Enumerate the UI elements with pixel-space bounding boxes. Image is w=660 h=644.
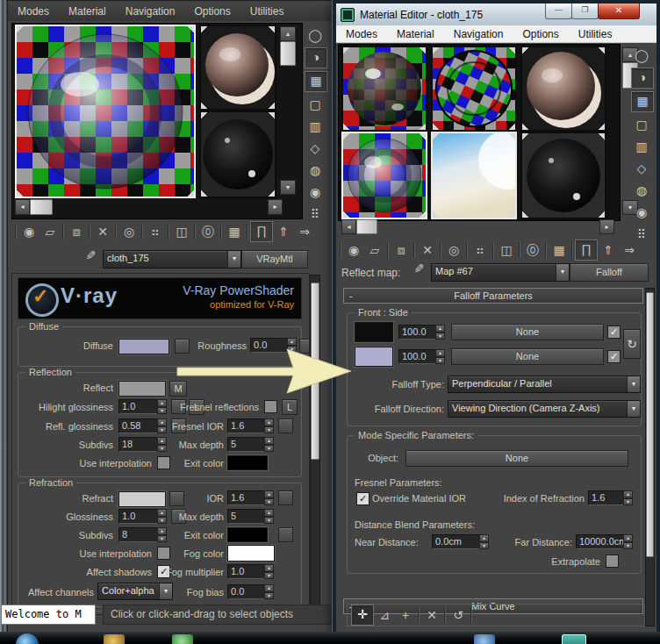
fog-bias-spinner[interactable]: ▴▾ bbox=[264, 584, 274, 599]
front-map-none-button[interactable]: None bbox=[451, 324, 604, 340]
falloff-type-dropdown[interactable]: Perpendicular / Parallel ▾ bbox=[448, 376, 641, 393]
side-amount-spinner[interactable]: ▴▾ bbox=[435, 349, 445, 364]
side-map-enable-checkbox[interactable]: ✓ bbox=[607, 350, 621, 363]
get-material-icon[interactable]: ◉ bbox=[18, 222, 39, 241]
near-distance-spinner[interactable]: ▴▾ bbox=[479, 534, 489, 549]
background-checker-icon[interactable]: ▦ bbox=[305, 71, 327, 92]
go-to-parent-icon[interactable]: ⇑ bbox=[273, 222, 294, 241]
slots-scroll-down[interactable]: ▾ bbox=[280, 180, 296, 195]
side-map-none-button[interactable]: None bbox=[451, 348, 604, 365]
taskbar-app-icon[interactable] bbox=[172, 634, 193, 644]
eyedropper-icon[interactable]: ✎ bbox=[410, 263, 426, 279]
backlight-icon[interactable]: ◑ bbox=[305, 47, 327, 68]
make-material-copy-icon[interactable]: ◎ bbox=[443, 240, 464, 260]
refraction-max-depth-spinner[interactable]: ▴▾ bbox=[264, 509, 274, 524]
fresnel-lock-button[interactable]: L bbox=[282, 399, 298, 415]
glossiness-field[interactable]: 1.0 bbox=[118, 509, 162, 524]
falloff-direction-dropdown[interactable]: Viewing Direction (Camera Z-Axis) ▾ bbox=[448, 400, 641, 418]
affect-channels-dropdown[interactable]: Color+alpha ▾ bbox=[97, 583, 173, 600]
roughness-field[interactable]: 0.0 bbox=[250, 338, 292, 353]
taskbar-app-icon[interactable] bbox=[474, 634, 495, 644]
material-type-button[interactable]: VRayMtl bbox=[241, 250, 308, 268]
fog-multiplier-field[interactable]: 1.0 bbox=[227, 564, 269, 579]
put-to-library-icon[interactable]: ◫ bbox=[496, 240, 517, 260]
go-forward-to-sibling-icon[interactable]: ⇒ bbox=[619, 240, 640, 260]
reflect-color-swatch[interactable] bbox=[118, 381, 166, 397]
put-material-to-scene-icon[interactable]: ▱ bbox=[364, 240, 385, 260]
reset-map-icon[interactable]: ✕ bbox=[417, 240, 438, 260]
material-editor-options-icon[interactable]: ◍ bbox=[631, 181, 652, 200]
reset-curve-icon[interactable]: ↺ bbox=[448, 605, 469, 625]
fog-color-swatch[interactable] bbox=[227, 545, 275, 562]
assign-material-to-selection-icon[interactable]: ⧈ bbox=[391, 240, 412, 260]
map-type-button[interactable]: Falloff bbox=[570, 263, 649, 282]
left-params-scrollbar[interactable] bbox=[310, 275, 320, 613]
roughness-map-button[interactable] bbox=[299, 339, 310, 354]
close-button[interactable]: ✕ bbox=[598, 4, 640, 19]
override-material-ior-checkbox[interactable]: ✓ bbox=[356, 492, 369, 505]
menu-modes[interactable]: Modes bbox=[8, 4, 59, 19]
front-amount-field[interactable]: 100.0 bbox=[398, 325, 441, 340]
fresnel-ior-map-button[interactable] bbox=[278, 419, 293, 433]
menu-options[interactable]: Options bbox=[184, 4, 240, 19]
refl-glossiness-field[interactable]: 0.58 bbox=[118, 419, 162, 433]
right-params-scroll-thumb[interactable] bbox=[646, 292, 654, 557]
front-color-swatch[interactable] bbox=[355, 322, 393, 342]
put-to-library-icon[interactable]: ◫ bbox=[171, 222, 192, 241]
fresnel-reflections-checkbox[interactable] bbox=[264, 400, 277, 413]
far-distance-spinner[interactable]: ▴▾ bbox=[623, 534, 633, 549]
refraction-exit-map-button[interactable] bbox=[278, 527, 293, 542]
front-amount-spinner[interactable]: ▴▾ bbox=[435, 325, 445, 340]
select-by-material-icon[interactable]: ◉ bbox=[631, 203, 652, 222]
menu-utilities[interactable]: Utilities bbox=[569, 27, 622, 41]
eyedropper-icon[interactable]: ✎ bbox=[82, 250, 97, 266]
sample-type-sphere-icon[interactable]: ◯ bbox=[305, 25, 326, 45]
delete-point-icon[interactable]: ✕ bbox=[421, 605, 442, 625]
taskbar-app-icon[interactable] bbox=[562, 634, 586, 644]
show-end-result-icon[interactable]: ∏ bbox=[250, 221, 273, 242]
sample-uv-tiling-icon[interactable]: ▢ bbox=[631, 115, 652, 134]
slots-scroll-left[interactable]: ◂ bbox=[15, 199, 30, 215]
taskbar-start-orb[interactable] bbox=[16, 633, 39, 644]
swap-colors-button[interactable]: ↻ bbox=[623, 329, 641, 359]
menu-navigation[interactable]: Navigation bbox=[444, 27, 513, 41]
make-material-copy-icon[interactable]: ◎ bbox=[118, 222, 140, 241]
minimize-button[interactable]: — bbox=[545, 4, 572, 19]
side-color-swatch[interactable] bbox=[355, 347, 393, 367]
slots-scroll-right[interactable]: ▸ bbox=[268, 199, 283, 215]
move-point-icon[interactable]: ✛ bbox=[351, 605, 374, 626]
video-color-check-icon[interactable]: ▥ bbox=[631, 137, 652, 156]
slots-scroll-up[interactable]: ▴ bbox=[280, 26, 296, 41]
menu-navigation[interactable]: Navigation bbox=[116, 4, 185, 19]
object-none-button[interactable]: None bbox=[405, 450, 628, 467]
refraction-subdivs-field[interactable]: 8 bbox=[118, 527, 162, 542]
make-unique-icon[interactable]: ⠶ bbox=[470, 240, 491, 260]
assign-material-to-selection-icon[interactable]: ⧈ bbox=[66, 222, 87, 241]
hilight-glossiness-field[interactable]: 1.0 bbox=[118, 399, 162, 414]
menu-material[interactable]: Material bbox=[387, 27, 444, 41]
refract-color-swatch[interactable] bbox=[118, 491, 166, 507]
scale-point-icon[interactable]: ⊿ bbox=[374, 605, 395, 625]
index-of-refraction-spinner[interactable]: ▴▾ bbox=[623, 490, 633, 505]
sample-slot-active-cloth[interactable] bbox=[341, 132, 427, 219]
sample-slot-falloff-sky[interactable] bbox=[431, 132, 517, 219]
diffuse-color-swatch[interactable] bbox=[118, 339, 169, 354]
show-map-in-viewport-icon[interactable]: ▦ bbox=[549, 240, 570, 260]
roughness-spinner[interactable]: ▴▾ bbox=[287, 338, 297, 353]
sample-slot-warped-checker[interactable] bbox=[431, 46, 517, 132]
reset-map-icon[interactable]: ✕ bbox=[92, 222, 113, 241]
sample-slot-active-cloth[interactable] bbox=[15, 25, 196, 198]
ior-field[interactable]: 1.6 bbox=[227, 490, 269, 505]
ior-map-button[interactable] bbox=[278, 490, 293, 505]
sample-slot-speckled[interactable] bbox=[199, 25, 276, 111]
sample-type-sphere-icon[interactable]: ◯ bbox=[631, 46, 652, 65]
sample-slot-speckled[interactable] bbox=[520, 46, 606, 132]
sample-uv-tiling-icon[interactable]: ▢ bbox=[305, 95, 326, 114]
side-amount-field[interactable]: 100.0 bbox=[398, 349, 441, 364]
max-depth-field[interactable]: 5 bbox=[227, 437, 269, 452]
go-to-parent-icon[interactable]: ⇑ bbox=[598, 240, 619, 260]
refraction-max-depth-field[interactable]: 5 bbox=[227, 509, 269, 524]
dropdown-arrow-icon[interactable]: ▾ bbox=[627, 401, 640, 417]
sample-slot-dark-checker[interactable] bbox=[341, 46, 427, 132]
go-forward-to-sibling-icon[interactable]: ⇒ bbox=[294, 222, 315, 241]
